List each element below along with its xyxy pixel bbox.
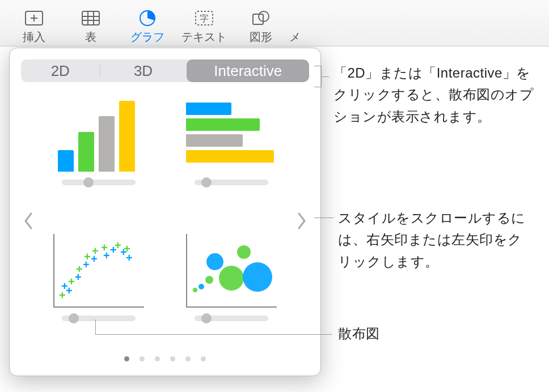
- next-style-arrow[interactable]: [291, 205, 312, 240]
- slider-handle[interactable]: [69, 313, 79, 323]
- shape-icon: [250, 9, 272, 27]
- chart-grid: + + + + + + + + + + + + + + + + +: [49, 98, 281, 347]
- svg-rect-11: [253, 14, 263, 24]
- callout-scatter-label: 散布図: [338, 323, 380, 344]
- page-dot[interactable]: [201, 356, 206, 361]
- callout-lead: [314, 218, 333, 218]
- svg-text:字: 字: [200, 14, 209, 23]
- toolbar-label: テキスト: [181, 29, 227, 45]
- chart-icon: [136, 9, 159, 27]
- chart-type-segmented: 2D 3D Interactive: [21, 59, 309, 82]
- slider-handle[interactable]: [83, 177, 94, 188]
- page-dot[interactable]: [170, 356, 175, 361]
- toolbar-chart[interactable]: グラフ: [119, 9, 176, 45]
- toolbar: 挿入 表 グラフ 字 テキスト 図形 メ: [0, 0, 549, 46]
- toolbar-label: 図形: [250, 29, 272, 45]
- prev-style-arrow[interactable]: [18, 205, 39, 240]
- chart-option-bubble[interactable]: [182, 234, 281, 347]
- toolbar-label: グラフ: [130, 29, 164, 45]
- style-slider[interactable]: [62, 180, 136, 185]
- vertical-bar-icon: [53, 98, 144, 172]
- insert-icon: [23, 9, 45, 27]
- callout-arrows-hint: スタイルをスクロールするには、右矢印または左矢印をクリックします。: [338, 207, 531, 272]
- toolbar-table[interactable]: 表: [62, 9, 119, 45]
- toolbar-label: 表: [85, 29, 96, 45]
- toolbar-media[interactable]: メ: [289, 9, 312, 45]
- toolbar-label: 挿入: [23, 29, 45, 45]
- callout-lead: [95, 319, 96, 334]
- chart-option-horizontal-bar[interactable]: [182, 98, 281, 211]
- chart-style-area: + + + + + + + + + + + + + + + + +: [21, 98, 309, 347]
- toolbar-insert[interactable]: 挿入: [6, 9, 62, 45]
- slider-handle[interactable]: [201, 177, 212, 188]
- table-icon: [79, 9, 102, 27]
- style-slider[interactable]: [195, 180, 268, 185]
- page-dot[interactable]: [124, 356, 129, 361]
- bubble-icon: [186, 234, 277, 308]
- chart-option-scatter[interactable]: + + + + + + + + + + + + + + + + +: [49, 234, 148, 347]
- page-indicator: [21, 356, 309, 361]
- callout-lead: [95, 334, 332, 335]
- slider-handle[interactable]: [201, 313, 212, 323]
- callout-tabs-hint: 「2D」または「Interactive」をクリックすると、散布図のオプションが表…: [333, 62, 538, 127]
- tab-interactive[interactable]: Interactive: [187, 59, 309, 82]
- tab-3d[interactable]: 3D: [100, 59, 187, 82]
- page-dot[interactable]: [140, 356, 145, 361]
- chart-popover: 2D 3D Interactive: [9, 48, 321, 376]
- toolbar-shape[interactable]: 図形: [233, 9, 289, 45]
- style-slider[interactable]: [62, 316, 136, 321]
- text-icon: 字: [193, 9, 216, 27]
- tab-2d[interactable]: 2D: [21, 59, 100, 82]
- page-dot[interactable]: [155, 356, 160, 361]
- horizontal-bar-icon: [186, 98, 277, 172]
- callout-lead: [314, 66, 329, 87]
- chart-option-vertical-bar[interactable]: [49, 98, 148, 211]
- style-slider[interactable]: [195, 316, 268, 321]
- scatter-icon: + + + + + + + + + + + + + + + + +: [53, 234, 144, 308]
- toolbar-text[interactable]: 字 テキスト: [176, 9, 233, 45]
- svg-rect-3: [82, 11, 99, 25]
- page-dot[interactable]: [185, 356, 191, 361]
- toolbar-label: メ: [289, 29, 301, 45]
